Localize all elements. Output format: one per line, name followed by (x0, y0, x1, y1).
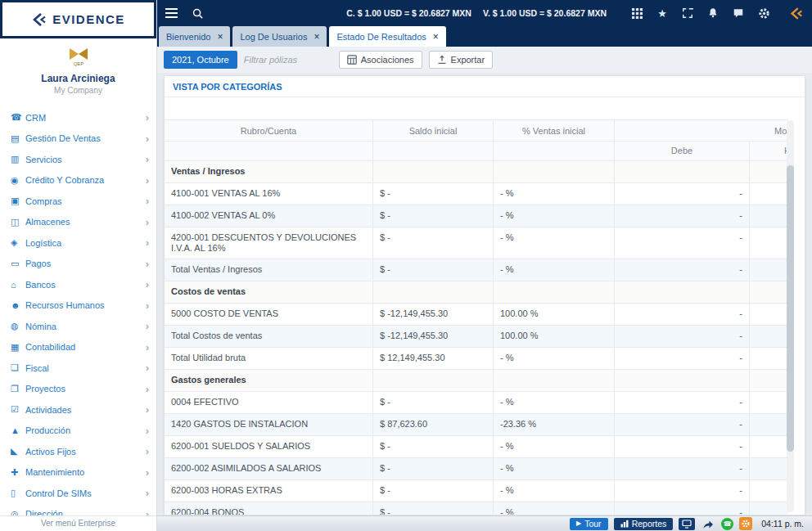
tab-bienvenido[interactable]: Bienvenido× (159, 26, 230, 47)
fullscreen-icon[interactable] (680, 6, 695, 20)
keypad-icon[interactable] (629, 6, 644, 20)
column-header-pct-ventas-inicial: % Ventas inicial (494, 119, 615, 142)
table-row[interactable]: 5000 COSTO DE VENTAS$ -12,149,455.30100.… (165, 304, 788, 326)
table-section-row[interactable]: Gastos generales (165, 370, 788, 392)
sidebar-item-direccion[interactable]: ◎Dirección› (0, 504, 156, 516)
close-icon[interactable]: × (217, 32, 223, 42)
cell-debe: - (615, 392, 750, 414)
table-row[interactable]: 1420 GASTOS DE INSTALACION$ 87,623.60-23… (165, 414, 788, 436)
tour-button[interactable]: ▶ Tour (570, 518, 608, 530)
sidebar-item-fiscal[interactable]: ❏Fiscal› (0, 358, 156, 379)
activities-icon: ☑ (11, 404, 25, 415)
sidebar-item-recursos-humanos[interactable]: ☻Recursos Humanos› (0, 295, 156, 317)
table-section-row[interactable]: Ventas / Ingresos (165, 161, 788, 183)
share-arrow-icon[interactable] (701, 516, 715, 531)
sidebar-item-nomina[interactable]: ◍Nómina› (0, 316, 156, 337)
sidebar-item-produccion[interactable]: ▲Producción› (0, 421, 156, 442)
sidebar-item-activos-fijos[interactable]: ◣Activos Fijos› (0, 441, 156, 462)
close-icon[interactable]: × (433, 32, 439, 42)
chevron-right-icon: › (146, 466, 149, 479)
warehouses-icon: ◫ (11, 217, 25, 227)
sidebar-item-label: Gestión De Ventas (25, 133, 146, 143)
cell-saldo-inicial: $ 87,623.60 (373, 414, 494, 436)
tab-log-de-usuarios[interactable]: Log De Usuarios× (232, 26, 327, 47)
tab-estado-de-resultados[interactable]: Estado De Resultados× (329, 26, 445, 47)
sidebar-item-almacenes[interactable]: ◫Almacenes› (0, 212, 156, 233)
sidebar-item-label: Proyectos (25, 384, 146, 394)
table-row[interactable]: Total Ventas / Ingresos$ -- %- (165, 259, 788, 281)
svg-text:QEP: QEP (73, 61, 83, 66)
table-row[interactable]: 6200-002 ASIMILADOS A SALARIOS$ -- %- (165, 458, 788, 480)
column-header-empty (165, 142, 373, 161)
table-row[interactable]: 4200-001 DESCUENTOS Y DEVOLUCIONES I.V.A… (165, 227, 788, 259)
favorites-star-icon[interactable]: ★ (655, 6, 670, 20)
chevron-right-icon: › (146, 216, 149, 228)
exportar-button[interactable]: Exportar (429, 51, 494, 69)
column-header-empty (373, 142, 494, 161)
whatsapp-icon[interactable]: ☎ (721, 518, 733, 530)
services-icon: ▥ (11, 154, 25, 164)
sidebar-item-gestion-de-ventas[interactable]: ▤Gestión De Ventas› (0, 128, 156, 150)
close-icon[interactable]: × (314, 32, 319, 42)
cell-saldo-inicial: $ - (373, 480, 494, 502)
hamburger-menu-icon[interactable] (164, 6, 178, 20)
evidence-orange-logo-icon[interactable] (789, 6, 804, 20)
enterprise-menu-link[interactable]: Ver menú Enterprise (0, 515, 156, 531)
buy-rate: C. $ 1.00 USD = $ 20.6827 MXN (346, 8, 471, 18)
sidebar-item-control-de-sims[interactable]: ▯Control De SIMs› (0, 483, 156, 504)
sidebar-item-bancos[interactable]: ⌂Bancos› (0, 274, 156, 295)
sidebar-item-proyectos[interactable]: ❐Proyectos› (0, 379, 156, 400)
cell-haber (750, 259, 788, 281)
table-row[interactable]: 6200-001 SUELDOS Y SALARIOS$ -- %- (165, 436, 788, 458)
chevron-right-icon: › (146, 174, 149, 187)
sidebar-item-label: Servicios (25, 155, 146, 164)
chevron-right-icon: › (146, 258, 149, 270)
screen-share-button[interactable] (679, 518, 695, 530)
reportes-button[interactable]: Reportes (614, 518, 674, 530)
cell-haber (750, 161, 788, 183)
table-row[interactable]: 4100-002 VENTAS AL 0%$ -- %- (165, 205, 788, 227)
search-icon[interactable] (190, 6, 205, 20)
chevron-right-icon: › (146, 445, 149, 457)
projects-icon: ❐ (11, 384, 25, 394)
tab-label: Bienvenido (166, 32, 210, 42)
sidebar-item-actividades[interactable]: ☑Actividades› (0, 399, 156, 421)
sidebar-item-mantenimiento[interactable]: ✚Mantenimiento› (0, 462, 156, 484)
cell-rubro-cuenta: 6200-002 ASIMILADOS A SALARIOS (165, 458, 373, 480)
cell-debe: - (615, 205, 750, 227)
sidebar-item-servicios[interactable]: ▥Servicios› (0, 149, 156, 170)
cell-rubro-cuenta: 0004 EFECTIVO (165, 392, 373, 414)
sidebar-item-credito-y-cobranza[interactable]: ◉Crédito Y Cobranza› (0, 170, 156, 191)
cell-debe: - (615, 436, 750, 458)
sidebar-item-contabilidad[interactable]: ▦Contabilidad› (0, 337, 156, 358)
table-row[interactable]: 6200-004 BONOS$ -- %- (165, 502, 788, 515)
chat-icon[interactable] (731, 6, 746, 20)
table-row[interactable]: Total Utilidad bruta$ 12,149,455.30- %- (165, 348, 788, 370)
human-resources-icon: ☻ (11, 300, 25, 310)
tab-label: Log De Usuarios (240, 32, 307, 42)
period-button[interactable]: 2021, Octubre (164, 51, 237, 69)
table-row[interactable]: 6200-003 HORAS EXTRAS$ -- %- (165, 480, 788, 502)
sidebar-item-logistica[interactable]: ◈Logística› (0, 232, 156, 254)
asociaciones-button[interactable]: Asociaciones (339, 51, 422, 69)
table-row[interactable]: 0004 EFECTIVO$ -- %- (165, 392, 788, 414)
table-section-row[interactable]: Costos de ventas (165, 281, 788, 304)
cell-debe: - (615, 326, 750, 348)
vertical-scrollbar[interactable] (787, 120, 794, 512)
sidebar-item-crm[interactable]: ☎CRM› (0, 107, 156, 128)
table-row[interactable]: Total Costos de ventas$ -12,149,455.3010… (165, 326, 788, 348)
sidebar-item-pagos[interactable]: ▭Pagos› (0, 254, 156, 275)
settings-gear-icon[interactable] (756, 6, 771, 20)
cell-saldo-inicial: $ -12,149,455.30 (373, 304, 494, 326)
app-window: EVIDENCE QEP Laura Arciniega My Company … (0, 0, 812, 531)
notifications-bell-icon[interactable] (706, 6, 720, 20)
cell-haber (750, 458, 788, 480)
cell-pct-ventas-inicial: - % (494, 227, 615, 259)
settings-orange-icon[interactable] (739, 517, 752, 530)
table-row[interactable]: 4100-001 VENTAS AL 16%$ -- %- (165, 183, 788, 205)
chevron-right-icon: › (146, 236, 149, 249)
sidebar-item-compras[interactable]: ▣Compras› (0, 191, 156, 212)
results-table: Rubro/Cuenta Saldo inicial % Ventas inic… (165, 119, 788, 515)
scrollbar-thumb[interactable] (787, 165, 794, 452)
filter-polizas-input[interactable] (244, 55, 332, 65)
